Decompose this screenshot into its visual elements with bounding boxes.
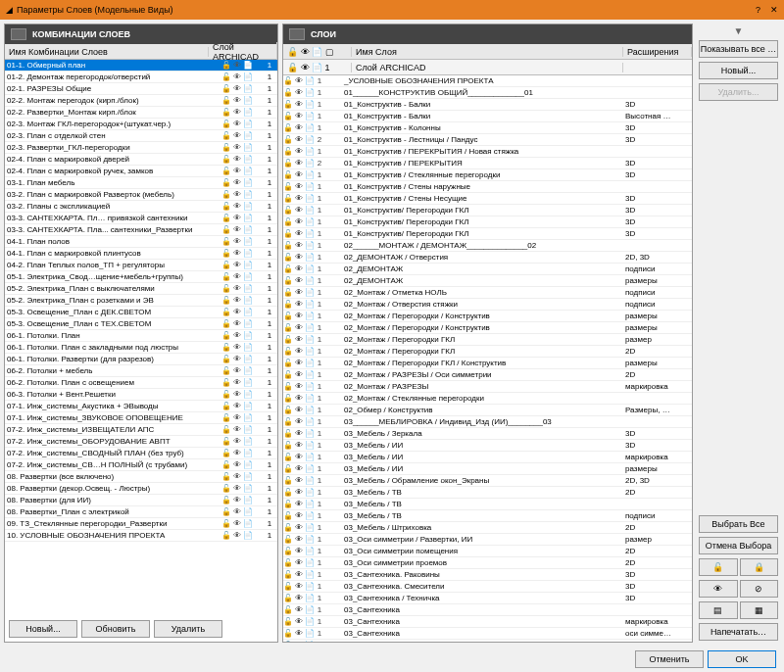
show-all-button[interactable]: Показывать все … xyxy=(699,40,778,58)
combination-row[interactable]: 01-1. Обмерный план🔓 👁 📄1 xyxy=(5,60,277,72)
combination-row[interactable]: 06-1. Потолки. План🔓 👁 📄1 xyxy=(5,330,277,342)
layer-row[interactable]: 🔓 👁 📄 103_Мебель / ТВ2D xyxy=(283,487,692,499)
deselect-button[interactable]: Отмена Выбора xyxy=(699,537,778,554)
layer-row[interactable]: 🔓 👁 📄 103_Мебель / ИИразмеры xyxy=(283,463,692,475)
layer-row[interactable]: 🔓 👁 📄 103_Сантехникаразмеры xyxy=(283,640,692,642)
layer-row[interactable]: 🔓 👁 📄 102_Обмер / КонструктивРазмеры, … xyxy=(283,405,692,416)
col-status-icons[interactable]: 🔓 👁 📄 ▢ xyxy=(283,47,352,57)
layer-row[interactable]: 🔓 👁 📄 102_Монтаж / Перегородки ГКЛразмер xyxy=(283,334,692,346)
combination-row[interactable]: 08. Развертки (декор.Освещ. - Люстры)🔓 👁… xyxy=(5,483,277,495)
layer-row[interactable]: 🔓 👁 📄 101_Конструктив/ Перегородки ГКЛ3D xyxy=(283,205,692,216)
layer-row[interactable]: 🔓 👁 📄 201_Конструктив - Лестницы / Панду… xyxy=(283,134,692,146)
combination-row[interactable]: 07-1. Инж_системы_ЗВУКОВОЕ ОПОВЕЩЕНИЕ🔓 👁… xyxy=(5,412,277,424)
layer-row[interactable]: 🔓 👁 📄 101______КОНСТРУКТИВ ОБЩИЙ________… xyxy=(283,87,692,99)
combination-row[interactable]: 04-2. План Теплых полов_ТП + регуляторы🔓… xyxy=(5,260,277,271)
combination-row[interactable]: 02-2. Развертки_Монтаж кирп./блок🔓 👁 📄1 xyxy=(5,107,277,119)
combination-row[interactable]: 09. ТЗ_Стеклянные перегородки_Развертки🔓… xyxy=(5,518,277,530)
layer-row[interactable]: 🔓 👁 📄 102_Монтаж / Перегородки / Констру… xyxy=(283,311,692,322)
combination-row[interactable]: 06-2. Потолки + мебель🔓 👁 📄1 xyxy=(5,365,277,377)
layer-row[interactable]: 🔓 👁 📄 103_Мебель / Штриховка2D xyxy=(283,522,692,534)
combination-row[interactable]: 03-3. САНТЕХКАРТА. Пла... сантехники_Раз… xyxy=(5,224,277,236)
layer-row[interactable]: 🔓 👁 📄 103_Сантехникамаркировка xyxy=(283,616,692,628)
layer-row[interactable]: 🔓 👁 📄 102_Монтаж / Отверстия стяжкиподпи… xyxy=(283,299,692,311)
layer-row[interactable]: 🔓 👁 📄 1_УСЛОВНЫЕ ОБОЗНАЧЕНИЯ ПРОЕКТА xyxy=(283,75,692,87)
layer-row[interactable]: 🔓 👁 📄 103_Сантехника xyxy=(283,604,692,616)
combination-row[interactable]: 05-3. Освещение_План с ТЕХ.СВЕТОМ🔓 👁 📄1 xyxy=(5,318,277,330)
combination-row[interactable]: 03-2. План с маркировкой Разверток (мебе… xyxy=(5,189,277,201)
combination-row[interactable]: 02-2. Монтаж перегодок (кирп./блок)🔓 👁 📄… xyxy=(5,95,277,107)
layer-row[interactable]: 🔓 👁 📄 103_Сантехника / Техничка3D xyxy=(283,593,692,604)
combination-row[interactable]: 05-2. Электрика_План с выключателями🔓 👁 … xyxy=(5,283,277,295)
lock-closed-icon[interactable]: 🔒 xyxy=(740,558,779,576)
layer-row[interactable]: 🔓 👁 📄 101_Конструктив / ПЕРЕКРЫТИЯ / Нов… xyxy=(283,146,692,158)
layer-row[interactable]: 🔓 👁 📄 102_Монтаж / Перегородки ГКЛ2D xyxy=(283,346,692,358)
lock-open-icon[interactable]: 🔓 xyxy=(699,558,738,576)
new-combo-button[interactable]: Новый... xyxy=(9,620,77,638)
col-layer-name[interactable]: Имя Слоя xyxy=(352,47,623,57)
filter-icon[interactable]: ▼ xyxy=(699,25,778,36)
layer-row[interactable]: 🔓 👁 📄 103_Мебель / Зеркала3D xyxy=(283,428,692,440)
layer-row[interactable]: 🔓 👁 📄 101_Конструктив / Стены Несущие3D xyxy=(283,193,692,205)
wire-icon[interactable]: ▤ xyxy=(699,601,738,619)
solid-icon[interactable]: ▦ xyxy=(740,601,779,619)
combination-row[interactable]: 10. УСЛОВНЫЕ ОБОЗНАЧЕНИЯ ПРОЕКТА🔓 👁 📄1 xyxy=(5,530,277,542)
combination-row[interactable]: 05-2. Электрика_План с розетками и ЭВ🔓 👁… xyxy=(5,295,277,307)
layer-row[interactable]: 🔓 👁 📄 102_Монтаж / Перегородки / Констру… xyxy=(283,322,692,334)
combination-row[interactable]: 02-4. План с маркировкой дверей🔓 👁 📄1 xyxy=(5,154,277,166)
combination-row[interactable]: 02-3. Монтаж ГКЛ-перегородок+(штукат.чер… xyxy=(5,119,277,130)
col-combo-name[interactable]: Имя Комбинации Слоев xyxy=(5,47,209,57)
layer-row[interactable]: 🔓 👁 📄 101_Конструктив / Стены наружные xyxy=(283,181,692,193)
combination-row[interactable]: 07-2. Инж_системы_СВОДНЫЙ ПЛАН (без труб… xyxy=(5,448,277,459)
layer-row[interactable]: 🔓 👁 📄 102______МОНТАЖ / ДЕМОНТАЖ________… xyxy=(283,240,692,252)
layer-row[interactable]: 🔓 👁 📄 102_Монтаж / Стеклянные перегородк… xyxy=(283,393,692,405)
layer-row[interactable]: 🔓 👁 📄 103_Мебель / Обрамление окон_Экран… xyxy=(283,475,692,487)
combination-row[interactable]: 07-2. Инж_системы_СВ…Н ПОЛНЫЙ (с трубами… xyxy=(5,459,277,471)
combination-row[interactable]: 07-1. Инж_системы_Акустика + ЭВыводы🔓 👁 … xyxy=(5,401,277,412)
select-all-button[interactable]: Выбрать Все xyxy=(699,515,778,533)
combination-row[interactable]: 08. Развертки (все включено)🔓 👁 📄1 xyxy=(5,471,277,483)
combination-row[interactable]: 02-3. Развертки_ГКЛ-перегородки🔓 👁 📄1 xyxy=(5,142,277,154)
combination-row[interactable]: 06-2. Потолки. План с освещением🔓 👁 📄1 xyxy=(5,377,277,389)
layer-row[interactable]: 🔓 👁 📄 103_Сантехника. Смесители3D xyxy=(283,581,692,593)
cancel-button[interactable]: Отменить xyxy=(635,650,704,668)
layer-row[interactable]: 🔓 👁 📄 102_Монтаж / РАЗРЕЗЫмаркировка xyxy=(283,381,692,393)
combination-row[interactable]: 08. Развертки_План с электрикой🔓 👁 📄1 xyxy=(5,506,277,518)
layer-row[interactable]: 🔓 👁 📄 103_Оси симметрии / Развертки, ИИр… xyxy=(283,534,692,546)
new-layer-button[interactable]: Новый... xyxy=(699,62,778,79)
combination-row[interactable]: 01-2. Демонтаж перегородок/отверстий🔓 👁 … xyxy=(5,72,277,83)
layer-row[interactable]: 🔓 👁 📄 103_Сантехника. Раковины3D xyxy=(283,569,692,581)
combination-row[interactable]: 03-1. План мебель🔓 👁 📄1 xyxy=(5,177,277,189)
col-layer-ext[interactable]: Расширения xyxy=(623,47,692,57)
combination-row[interactable]: 08. Развертки (для ИИ)🔓 👁 📄1 xyxy=(5,495,277,506)
eye-closed-icon[interactable]: ⊘ xyxy=(740,580,779,598)
combinations-list[interactable]: 01-1. Обмерный план🔓 👁 📄101-2. Демонтаж … xyxy=(5,60,277,616)
layer-row[interactable]: 🔓 👁 📄 103_Оси симметрии проемов2D xyxy=(283,557,692,569)
layer-row[interactable]: 🔓 👁 📄 102_ДЕМОНТАЖ / Отверстия2D, 3D xyxy=(283,252,692,264)
layer-row[interactable]: 🔓 👁 📄 103_Мебель / ТВподписи xyxy=(283,510,692,522)
ok-button[interactable]: OK xyxy=(708,650,776,668)
combination-row[interactable]: 06-1. Потолки. Развертки (для разрезов)🔓… xyxy=(5,354,277,365)
layer-row[interactable]: 🔓 👁 📄 103_Мебель / ТВ xyxy=(283,499,692,510)
combination-row[interactable]: 06-3. Потолки + Вент.Решетки🔓 👁 📄1 xyxy=(5,389,277,401)
layer-row[interactable]: 🔓 👁 📄 102_Монтаж / РАЗРЕЗЫ / Оси симметр… xyxy=(283,369,692,381)
help-button[interactable]: ? xyxy=(756,5,760,15)
layer-row[interactable]: 🔓 👁 📄 201_Конструктив / ПЕРЕКРЫТИЯ3D xyxy=(283,158,692,169)
layer-row[interactable]: 🔓 👁 📄 101_Конструктив / Стеклянные перег… xyxy=(283,169,692,181)
combination-row[interactable]: 07-2. Инж_системы_ИЗВЕЩАТЕЛИ АПС🔓 👁 📄1 xyxy=(5,424,277,436)
layer-row[interactable]: 🔓 👁 📄 102_Монтаж / Перегородки ГКЛ / Кон… xyxy=(283,358,692,369)
layer-row[interactable]: 🔓 👁 📄 101_Конструктив - БалкиВысотная … xyxy=(283,111,692,122)
layer-row[interactable]: 🔓 👁 📄 103_Мебель / ИИмаркировка xyxy=(283,452,692,463)
combination-row[interactable]: 02-3. План с отделкой стен🔓 👁 📄1 xyxy=(5,130,277,142)
delete-combo-button[interactable]: Удалить xyxy=(154,620,222,638)
combination-row[interactable]: 02-1. РАЗРЕЗЫ Общие🔓 👁 📄1 xyxy=(5,83,277,95)
layer-row[interactable]: 🔓 👁 📄 102_ДЕМОНТАЖразмеры xyxy=(283,275,692,287)
layer-row[interactable]: 🔓 👁 📄 103______МЕБЛИРОВКА / Индивид_Изд … xyxy=(283,416,692,428)
layer-row[interactable]: 🔓 👁 📄 102_ДЕМОНТАЖподписи xyxy=(283,264,692,275)
close-button[interactable]: ✕ xyxy=(770,5,778,15)
layer-row[interactable]: 🔓 👁 📄 103_Оси симметрии помещения2D xyxy=(283,546,692,557)
layers-list[interactable]: 🔓 👁 📄 1_УСЛОВНЫЕ ОБОЗНАЧЕНИЯ ПРОЕКТА🔓 👁 … xyxy=(283,75,692,642)
layer-row[interactable]: 🔓 👁 📄 101_Конструктив - Балки3D xyxy=(283,99,692,111)
combination-row[interactable]: 06-1. Потолки. План с закладными под люс… xyxy=(5,342,277,354)
layer-row[interactable]: 🔓 👁 📄 103_Мебель / ИИ3D xyxy=(283,440,692,452)
combination-row[interactable]: 04-1. План полов🔓 👁 📄1 xyxy=(5,236,277,248)
